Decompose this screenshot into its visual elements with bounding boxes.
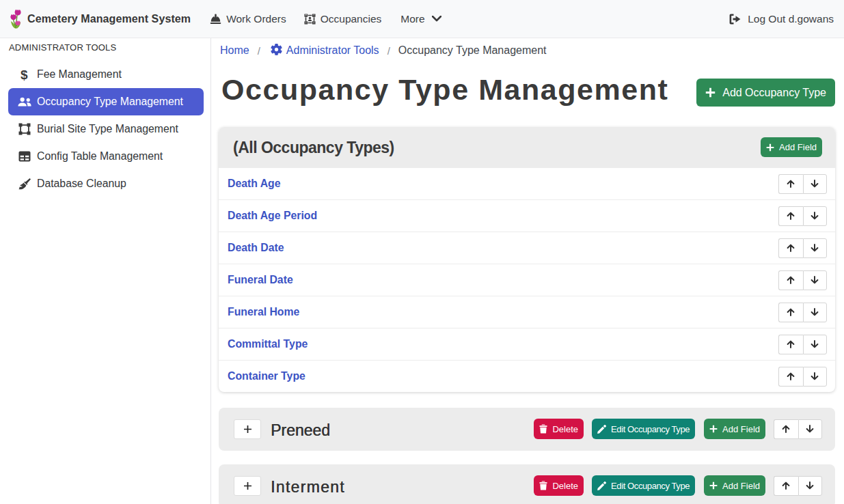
svg-text:$: $ bbox=[21, 68, 28, 81]
